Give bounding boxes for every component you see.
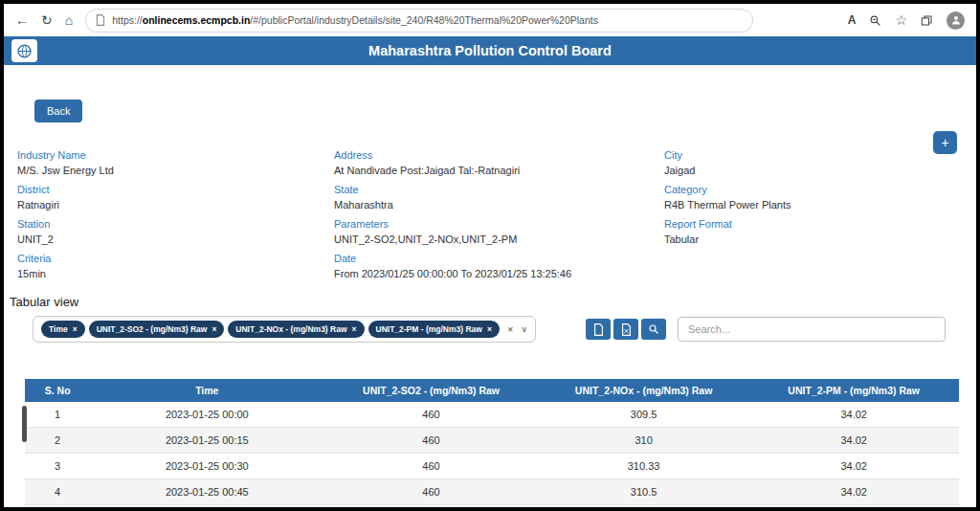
- zoom-icon[interactable]: [869, 14, 881, 27]
- field-label: Category: [664, 184, 949, 195]
- clear-all-icon[interactable]: ×: [507, 323, 513, 335]
- table-cell: 2: [25, 428, 90, 454]
- field-value: UNIT_2: [17, 233, 334, 245]
- chip-label: UNIT_2-SO2 - (mg/Nm3) Raw: [97, 324, 208, 334]
- page-security-icon: [96, 14, 105, 26]
- field-value: R4B Thermal Power Plants: [664, 199, 949, 211]
- table-cell: 460: [323, 428, 538, 454]
- detail-field: CityJaigad: [664, 149, 949, 176]
- detail-field: AddressAt Nandivade Post:Jaigad Tal:-Rat…: [334, 149, 664, 176]
- table-cell: 2023-01-25 00:30: [90, 454, 323, 479]
- table-cell: 460: [323, 402, 538, 428]
- profile-avatar[interactable]: [947, 11, 965, 30]
- detail-field: Report FormatTabular: [664, 218, 949, 245]
- column-header: UNIT_2-PM - (mg/Nm3) Raw: [748, 379, 959, 402]
- filter-chip[interactable]: UNIT_2-PM - (mg/Nm3) Raw×: [368, 321, 500, 338]
- column-header: Time: [90, 379, 323, 402]
- field-value: Tabular: [664, 233, 949, 245]
- column-header: S. No: [25, 379, 90, 402]
- table-row: 12023-01-25 00:00460309.534.02: [25, 402, 959, 428]
- vertical-scrollbar[interactable]: [22, 406, 27, 442]
- table-cell: 2023-01-25 00:45: [90, 479, 323, 505]
- table-cell: 310.5: [539, 479, 749, 505]
- field-label: Parameters: [334, 218, 664, 230]
- filter-chip[interactable]: UNIT_2-SO2 - (mg/Nm3) Raw×: [89, 321, 225, 338]
- url-scheme: https://: [112, 14, 143, 26]
- field-value: From 2023/01/25 00:00:00 To 2023/01/25 1…: [334, 268, 664, 279]
- table-cell: 4: [25, 479, 90, 505]
- field-value: At Nandivade Post:Jaigad Tal:-Ratnagiri: [334, 165, 664, 176]
- table-cell: 2023-01-25 00:00: [90, 402, 323, 428]
- field-value: M/S. Jsw Energy Ltd: [17, 165, 334, 176]
- table-body: 12023-01-25 00:00460309.534.0222023-01-2…: [25, 402, 959, 505]
- home-icon[interactable]: ⌂: [65, 13, 73, 27]
- industry-details: Industry NameM/S. Jsw Energy LtdAddressA…: [17, 149, 949, 287]
- column-header: UNIT_2-SO2 - (mg/Nm3) Raw: [323, 379, 538, 402]
- filter-chip[interactable]: UNIT_2-NOx - (mg/Nm3) Raw×: [228, 321, 364, 338]
- chevron-down-icon[interactable]: ∨: [521, 324, 527, 334]
- table-cell: 309.5: [539, 402, 749, 428]
- back-button[interactable]: Back: [34, 100, 82, 122]
- field-label: Station: [17, 218, 334, 230]
- column-selector[interactable]: Time×UNIT_2-SO2 - (mg/Nm3) Raw×UNIT_2-NO…: [33, 316, 536, 343]
- page-title: Maharashtra Pollution Control Board: [4, 36, 976, 65]
- chip-remove-icon[interactable]: ×: [73, 324, 78, 334]
- back-icon[interactable]: ←: [15, 13, 29, 27]
- table-row: 42023-01-25 00:45460310.534.02: [25, 479, 959, 505]
- table-header: S. NoTimeUNIT_2-SO2 - (mg/Nm3) RawUNIT_2…: [25, 379, 959, 402]
- search-button[interactable]: [641, 319, 666, 340]
- table-cell: 1: [25, 402, 90, 428]
- filter-row: Time×UNIT_2-SO2 - (mg/Nm3) Raw×UNIT_2-NO…: [33, 316, 946, 343]
- url-path: /#/publicPortal/industryDetails/site_240…: [250, 14, 598, 26]
- tabular-view-heading: Tabular view: [10, 295, 78, 309]
- export-excel-button[interactable]: [613, 319, 638, 340]
- mpcb-logo: [11, 39, 37, 62]
- field-value: Jaigad: [664, 165, 949, 176]
- table-cell: 3: [25, 454, 90, 479]
- field-value: Maharashtra: [334, 199, 664, 211]
- table-cell: 310.33: [539, 454, 749, 479]
- table-cell: 2023-01-25 00:15: [90, 428, 323, 454]
- favorites-icon[interactable]: ☆: [895, 13, 907, 27]
- field-label: State: [334, 184, 664, 195]
- field-label: District: [17, 184, 334, 195]
- page: ← ↻ ⌂ https://onlinecems.ecmpcb.in/#/pub…: [0, 0, 980, 511]
- export-pdf-button[interactable]: [586, 319, 611, 340]
- url-text: https://onlinecems.ecmpcb.in/#/publicPor…: [112, 14, 598, 26]
- chip-remove-icon[interactable]: ×: [487, 324, 492, 334]
- field-label: Industry Name: [17, 149, 334, 161]
- table-cell: 34.02: [748, 454, 959, 479]
- field-label: City: [664, 149, 949, 161]
- browser-actions: A ☆: [848, 11, 965, 30]
- search-input[interactable]: [678, 317, 946, 342]
- chip-remove-icon[interactable]: ×: [212, 324, 216, 334]
- chip-label: Time: [49, 324, 68, 334]
- detail-field: CategoryR4B Thermal Power Plants: [664, 184, 949, 211]
- field-value: 15min: [17, 268, 334, 279]
- address-bar[interactable]: https://onlinecems.ecmpcb.in/#/publicPor…: [85, 9, 753, 33]
- table-cell: 34.02: [748, 479, 959, 505]
- refresh-icon[interactable]: ↻: [41, 13, 53, 27]
- detail-field: StateMaharashtra: [334, 184, 664, 211]
- url-host: onlinecems.ecmpcb.in: [143, 14, 251, 26]
- collections-icon[interactable]: [921, 14, 933, 27]
- detail-field: Criteria15min: [17, 253, 334, 279]
- field-value: UNIT_2-SO2,UNIT_2-NOx,UNIT_2-PM: [334, 233, 664, 245]
- filter-chip[interactable]: Time×: [41, 321, 85, 338]
- chip-remove-icon[interactable]: ×: [352, 324, 357, 334]
- browser-toolbar: ← ↻ ⌂ https://onlinecems.ecmpcb.in/#/pub…: [4, 4, 976, 37]
- detail-field: DateFrom 2023/01/25 00:00:00 To 2023/01/…: [334, 253, 664, 279]
- table-row: 32023-01-25 00:30460310.3334.02: [25, 454, 959, 479]
- field-label: Report Format: [664, 218, 949, 230]
- chip-label: UNIT_2-NOx - (mg/Nm3) Raw: [235, 324, 346, 334]
- detail-field: Industry NameM/S. Jsw Energy Ltd: [17, 149, 334, 176]
- field-label: Criteria: [17, 253, 334, 264]
- column-header: UNIT_2-NOx - (mg/Nm3) Raw: [539, 379, 749, 402]
- read-aloud-icon[interactable]: A: [848, 13, 857, 27]
- export-buttons: [586, 319, 666, 340]
- detail-field: StationUNIT_2: [17, 218, 334, 245]
- field-label: Date: [334, 253, 664, 264]
- chip-list: Time×UNIT_2-SO2 - (mg/Nm3) Raw×UNIT_2-NO…: [41, 321, 500, 338]
- readings-table: S. NoTimeUNIT_2-SO2 - (mg/Nm3) RawUNIT_2…: [25, 379, 959, 505]
- detail-field: ParametersUNIT_2-SO2,UNIT_2-NOx,UNIT_2-P…: [334, 218, 664, 245]
